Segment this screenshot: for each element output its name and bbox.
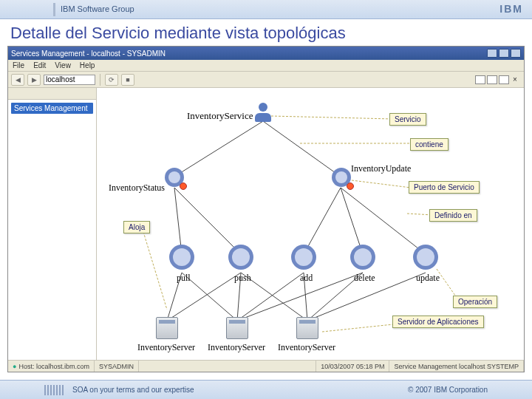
ibm-logo: IBM [499,3,523,15]
navigator-root-node[interactable]: Services Management [11,103,93,114]
menu-file[interactable]: File [13,61,24,69]
port-inventoryupdate-label: InventoryUpdate [351,163,411,174]
port-inventorystatus-label: InventoryStatus [109,183,165,194]
callout-aloja: Aloja [123,221,150,233]
callout-puerto: Puerto de Servicio [409,181,480,194]
view-mode-1-button[interactable] [475,75,485,84]
slide-footer: SOA on your terms and our expertise © 20… [0,380,532,399]
menu-edit[interactable]: Edit [33,61,46,69]
service-icon[interactable] [253,103,273,122]
port-inventoryupdate-icon[interactable] [332,168,351,187]
nav-back-button[interactable]: ◀ [11,74,24,86]
view-switcher: × [475,75,521,84]
operation-update-icon[interactable] [413,245,438,270]
server-3-label: InventoryServer [278,342,335,353]
operation-add-icon[interactable] [291,245,316,270]
callout-operacion: Operación [453,296,497,308]
slide-header: IBM Software Group IBM [0,0,532,19]
footer-tagline: SOA on your terms and our expertise [72,386,194,394]
operation-delete-icon[interactable] [350,245,375,270]
software-group-label: IBM Software Group [61,4,134,13]
header-accent-bar [53,3,55,16]
app-window: Services Management - localhost - SYSADM… [7,46,525,372]
view-mode-2-button[interactable] [487,75,497,84]
window-maximize-button[interactable] [499,49,509,58]
server-2-icon[interactable] [226,317,248,339]
toolbar: ◀ ▶ ⟳ ■ × [8,72,524,88]
status-timestamp: 10/03/2007 05:18 PM [316,361,389,372]
callout-definido: Definido en [429,209,477,222]
nav-forward-button[interactable]: ▶ [27,74,41,86]
operation-update-label: update [416,273,440,284]
window-title: Services Management - localhost - SYSADM… [11,50,166,58]
address-input[interactable] [44,75,95,85]
window-titlebar[interactable]: Services Management - localhost - SYSADM… [8,47,524,60]
status-host: Host: localhost.ibm.com [8,361,95,372]
operation-push-label: push [234,273,251,284]
svg-line-0 [174,121,263,177]
menu-help[interactable]: Help [80,61,95,69]
server-1-label: InventoryServer [137,342,195,353]
operation-push-icon[interactable] [228,245,253,270]
operation-pull-label: pull [177,273,191,284]
server-3-icon[interactable] [296,317,318,339]
port-inventorystatus-icon[interactable] [165,168,184,187]
workarea: Services Management [8,88,524,360]
svg-line-1 [263,121,341,177]
status-user: SYSADMIN [95,361,139,372]
footer-copyright: © 2007 IBM Corporation [408,386,488,394]
callout-servicio: Servicio [389,113,426,126]
stop-button[interactable]: ■ [121,74,134,86]
footer-bars-icon [44,385,64,395]
callout-servidor-app: Servidor de Aplicaciones [392,316,484,328]
slide-title: Detalle del Servicio mediante vista topo… [0,19,532,44]
status-bar: Host: localhost.ibm.com SYSADMIN 10/03/2… [8,360,524,372]
operation-pull-icon[interactable] [169,245,194,270]
status-context: Service Management localhost SYSTEMP [389,361,524,372]
menu-view[interactable]: View [55,61,71,69]
server-1-icon[interactable] [156,317,178,339]
topology-canvas[interactable]: InventoryService InventoryStatus Invento… [97,88,524,360]
svg-line-21 [141,225,167,310]
refresh-button[interactable]: ⟳ [105,74,118,86]
operation-add-label: add [300,273,313,284]
service-name: InventoryService [187,110,253,122]
callout-contiene: contiene [410,138,449,151]
navigator-tab[interactable] [8,88,96,100]
view-mode-3-button[interactable] [499,75,509,84]
navigator-sidebar: Services Management [8,88,97,360]
operation-delete-label: delete [354,273,375,284]
window-close-button[interactable] [511,49,521,58]
panel-close-button[interactable]: × [511,75,519,84]
menubar: File Edit View Help [8,60,524,72]
svg-line-19 [352,180,411,188]
window-minimize-button[interactable] [487,49,497,58]
server-2-label: InventoryServer [208,342,265,353]
svg-line-17 [271,116,392,119]
